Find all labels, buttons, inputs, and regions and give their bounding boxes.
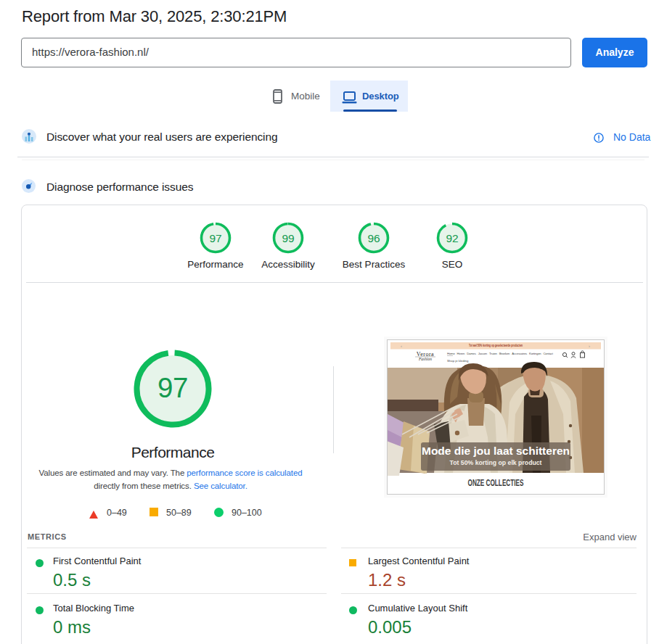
svg-text:Tot wel 50% korting op geselec: Tot wel 50% korting op geselecteerde pro… <box>469 344 523 347</box>
svg-text:96: 96 <box>367 232 380 244</box>
svg-text:Fashion: Fashion <box>418 357 432 361</box>
svg-text:Mode die jou laat schitteren: Mode die jou laat schitteren <box>422 445 570 457</box>
svg-text:Tot 50% korting op elk product: Tot 50% korting op elk product <box>450 459 542 466</box>
svg-text:97: 97 <box>157 372 188 403</box>
svg-text:Shop je kleding: Shop je kleding <box>447 359 469 363</box>
svg-text:Home Heren Dames Jassen: Home Heren Dames Jassen Truien Broeken A… <box>447 352 554 355</box>
svg-text:ONZE COLLECTIES: ONZE COLLECTIES <box>468 478 524 488</box>
svg-text:92: 92 <box>446 232 458 244</box>
svg-text:97: 97 <box>209 232 221 244</box>
svg-text:›: › <box>589 344 590 348</box>
svg-text:‹: ‹ <box>401 344 402 348</box>
svg-text:99: 99 <box>282 232 294 244</box>
